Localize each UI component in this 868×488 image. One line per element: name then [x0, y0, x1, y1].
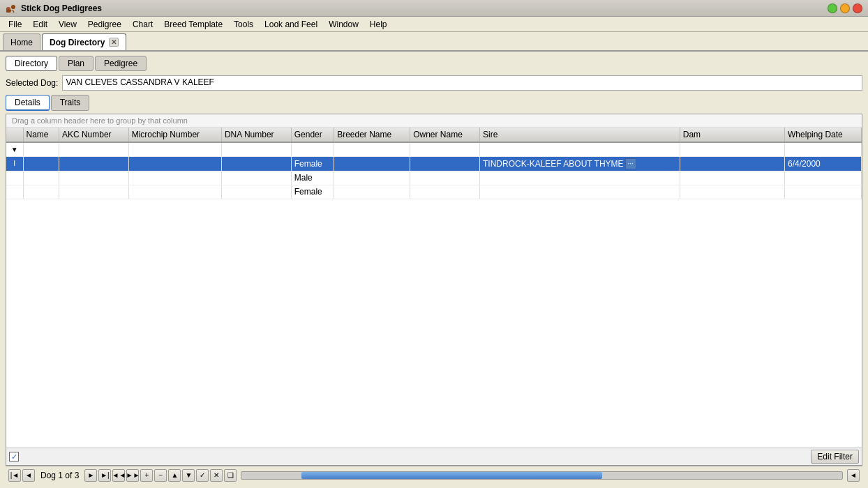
app-title: Stick Dog Pedigrees [21, 3, 828, 13]
nav-copy-button[interactable]: ❑ [224, 469, 237, 482]
sire-ellipsis-button[interactable]: ··· [625, 158, 636, 169]
col-owner[interactable]: Owner Name [410, 128, 480, 142]
nav-scrollbar[interactable] [241, 471, 843, 480]
svg-point-2 [11, 5, 15, 9]
tab-home-label: Home [10, 38, 33, 47]
col-gender[interactable]: Gender [291, 128, 334, 142]
menu-item-tools[interactable]: Tools [228, 18, 259, 31]
app-icon [6, 3, 17, 14]
col-sire[interactable]: Sire [479, 128, 680, 142]
selected-dog-row: Selected Dog: VAN CLEVES CASSANDRA V KAL… [6, 75, 862, 91]
col-whelping[interactable]: Whelping Date [785, 128, 862, 142]
subtab-plan[interactable]: Plan [59, 56, 93, 71]
col-name[interactable]: Name [23, 128, 59, 142]
table-row[interactable]: Female [6, 185, 862, 199]
col-breeder[interactable]: Breeder Name [334, 128, 410, 142]
menu-item-view[interactable]: View [53, 18, 82, 31]
table-row[interactable]: Male [6, 171, 862, 185]
close-button[interactable] [853, 3, 862, 13]
nav-last-button[interactable]: ►| [98, 469, 111, 482]
svg-point-1 [6, 7, 10, 10]
nav-prev-button[interactable]: ◄ [22, 469, 35, 482]
grid-container: Drag a column header here to group by th… [6, 114, 862, 466]
sub-tabs: Directory Plan Pedigree [6, 56, 862, 71]
nav-bar: |◄ ◄ Dog 1 of 3 ► ►| ◄◄ ►► + − ▲ ▼ ✓ ✕ ❑… [6, 466, 862, 484]
grid-body: ▼IFemaleTINDROCK-KALEEF ABOUT THYME···6/… [6, 142, 862, 199]
col-indicator [6, 128, 23, 142]
column-header-row: Name AKC Number Microchip Number DNA Num… [6, 128, 862, 142]
menu-item-chart[interactable]: Chart [127, 18, 158, 31]
selected-dog-label: Selected Dog: [6, 78, 58, 88]
main-content: Directory Plan Pedigree Selected Dog: VA… [0, 52, 868, 488]
tab-dog-directory-label: Dog Directory [50, 38, 105, 47]
menu-bar: FileEditViewPedigreeChartBreed TemplateT… [0, 17, 868, 32]
nav-remove-button[interactable]: − [154, 469, 167, 482]
filter-checkbox[interactable] [9, 452, 19, 462]
edit-filter-button[interactable]: Edit Filter [811, 450, 859, 464]
nav-scrollbar-thumb [301, 472, 601, 479]
grid-table-wrapper[interactable]: Name AKC Number Microchip Number DNA Num… [6, 128, 862, 448]
nav-next-page-button[interactable]: ►► [126, 469, 139, 482]
menu-item-edit[interactable]: Edit [27, 18, 53, 31]
tab-home[interactable]: Home [3, 33, 40, 50]
data-table: Name AKC Number Microchip Number DNA Num… [6, 128, 862, 199]
table-row[interactable]: IFemaleTINDROCK-KALEEF ABOUT THYME···6/4… [6, 156, 862, 171]
col-dam[interactable]: Dam [680, 128, 784, 142]
detail-tab-traits[interactable]: Traits [51, 95, 90, 111]
window-controls [828, 3, 862, 13]
nav-scroll-left-button[interactable]: ◄ [847, 469, 860, 482]
col-microchip[interactable]: Microchip Number [128, 128, 221, 142]
menu-item-file[interactable]: File [3, 18, 27, 31]
detail-tabs: Details Traits [6, 95, 862, 111]
tab-bar: Home Dog Directory ✕ [0, 32, 868, 52]
close-dog-directory-icon[interactable]: ✕ [109, 38, 119, 47]
table-row[interactable]: ▼ [6, 142, 862, 156]
nav-add-button[interactable]: + [140, 469, 153, 482]
detail-tab-details[interactable]: Details [6, 95, 50, 111]
menu-item-window[interactable]: Window [323, 18, 364, 31]
tab-dog-directory[interactable]: Dog Directory ✕ [42, 33, 126, 50]
nav-dog-info: Dog 1 of 3 [36, 471, 83, 480]
svg-line-4 [13, 10, 14, 13]
drag-hint: Drag a column header here to group by th… [6, 114, 862, 128]
menu-item-help[interactable]: Help [364, 18, 393, 31]
sire-cell: TINDROCK-KALEEF ABOUT THYME··· [483, 158, 677, 169]
col-dna[interactable]: DNA Number [221, 128, 291, 142]
maximize-button[interactable] [828, 3, 837, 13]
title-bar: Stick Dog Pedigrees [0, 0, 868, 17]
nav-next-button[interactable]: ► [84, 469, 97, 482]
nav-up-button[interactable]: ▲ [168, 469, 181, 482]
filter-bar: Edit Filter [6, 448, 862, 465]
nav-check-button[interactable]: ✓ [196, 469, 209, 482]
nav-cancel-button[interactable]: ✕ [210, 469, 223, 482]
subtab-pedigree[interactable]: Pedigree [95, 56, 147, 71]
nav-prev-page-button[interactable]: ◄◄ [112, 469, 125, 482]
col-akc[interactable]: AKC Number [59, 128, 128, 142]
subtab-directory[interactable]: Directory [6, 56, 57, 71]
menu-item-breed-template[interactable]: Breed Template [158, 18, 228, 31]
menu-item-pedigree[interactable]: Pedigree [82, 18, 127, 31]
minimize-button[interactable] [840, 3, 850, 13]
selected-dog-value: VAN CLEVES CASSANDRA V KALEEF [62, 75, 862, 91]
menu-item-look-and-feel[interactable]: Look and Feel [259, 18, 323, 31]
nav-down-button[interactable]: ▼ [182, 469, 195, 482]
nav-first-button[interactable]: |◄ [8, 469, 21, 482]
